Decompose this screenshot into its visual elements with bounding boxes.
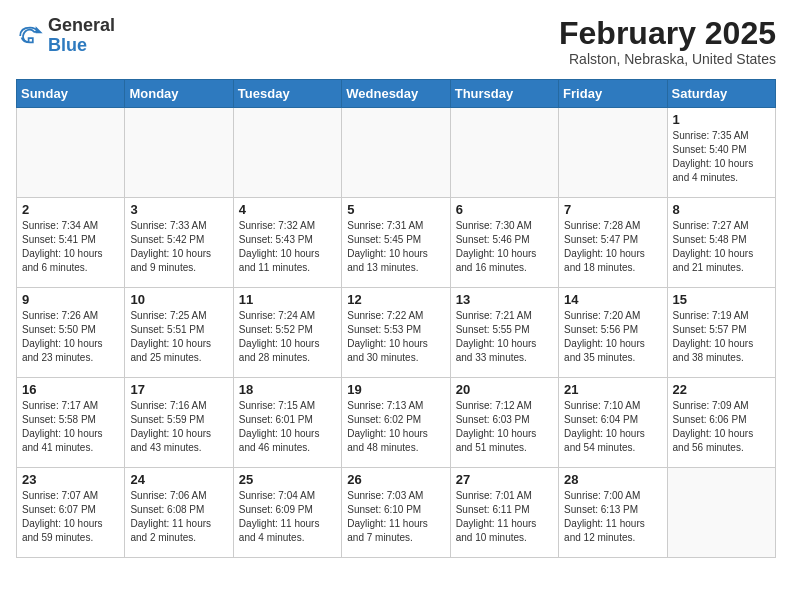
calendar-week-row: 1Sunrise: 7:35 AM Sunset: 5:40 PM Daylig…: [17, 108, 776, 198]
day-info: Sunrise: 7:06 AM Sunset: 6:08 PM Dayligh…: [130, 489, 227, 545]
day-number: 17: [130, 382, 227, 397]
calendar-day-cell: 17Sunrise: 7:16 AM Sunset: 5:59 PM Dayli…: [125, 378, 233, 468]
calendar-day-cell: 22Sunrise: 7:09 AM Sunset: 6:06 PM Dayli…: [667, 378, 775, 468]
logo-blue: Blue: [48, 36, 115, 56]
calendar-day-cell: 25Sunrise: 7:04 AM Sunset: 6:09 PM Dayli…: [233, 468, 341, 558]
day-number: 19: [347, 382, 444, 397]
day-info: Sunrise: 7:28 AM Sunset: 5:47 PM Dayligh…: [564, 219, 661, 275]
day-number: 9: [22, 292, 119, 307]
calendar-day-cell: 1Sunrise: 7:35 AM Sunset: 5:40 PM Daylig…: [667, 108, 775, 198]
day-info: Sunrise: 7:00 AM Sunset: 6:13 PM Dayligh…: [564, 489, 661, 545]
calendar-day-cell: 4Sunrise: 7:32 AM Sunset: 5:43 PM Daylig…: [233, 198, 341, 288]
day-info: Sunrise: 7:27 AM Sunset: 5:48 PM Dayligh…: [673, 219, 770, 275]
calendar-day-cell: 18Sunrise: 7:15 AM Sunset: 6:01 PM Dayli…: [233, 378, 341, 468]
calendar-day-cell: 13Sunrise: 7:21 AM Sunset: 5:55 PM Dayli…: [450, 288, 558, 378]
calendar-day-cell: 10Sunrise: 7:25 AM Sunset: 5:51 PM Dayli…: [125, 288, 233, 378]
day-info: Sunrise: 7:32 AM Sunset: 5:43 PM Dayligh…: [239, 219, 336, 275]
calendar-day-cell: 6Sunrise: 7:30 AM Sunset: 5:46 PM Daylig…: [450, 198, 558, 288]
day-number: 15: [673, 292, 770, 307]
day-info: Sunrise: 7:31 AM Sunset: 5:45 PM Dayligh…: [347, 219, 444, 275]
day-number: 6: [456, 202, 553, 217]
logo-text: General Blue: [48, 16, 115, 56]
title-block: February 2025 Ralston, Nebraska, United …: [559, 16, 776, 67]
page-header: General Blue February 2025 Ralston, Nebr…: [16, 16, 776, 67]
day-number: 24: [130, 472, 227, 487]
day-info: Sunrise: 7:34 AM Sunset: 5:41 PM Dayligh…: [22, 219, 119, 275]
day-number: 4: [239, 202, 336, 217]
day-info: Sunrise: 7:16 AM Sunset: 5:59 PM Dayligh…: [130, 399, 227, 455]
weekday-header: Thursday: [450, 80, 558, 108]
calendar-day-cell: 27Sunrise: 7:01 AM Sunset: 6:11 PM Dayli…: [450, 468, 558, 558]
calendar-day-cell: [450, 108, 558, 198]
day-info: Sunrise: 7:21 AM Sunset: 5:55 PM Dayligh…: [456, 309, 553, 365]
calendar-day-cell: [233, 108, 341, 198]
calendar-day-cell: 15Sunrise: 7:19 AM Sunset: 5:57 PM Dayli…: [667, 288, 775, 378]
day-info: Sunrise: 7:01 AM Sunset: 6:11 PM Dayligh…: [456, 489, 553, 545]
day-number: 26: [347, 472, 444, 487]
month-year: February 2025: [559, 16, 776, 51]
day-info: Sunrise: 7:03 AM Sunset: 6:10 PM Dayligh…: [347, 489, 444, 545]
day-info: Sunrise: 7:33 AM Sunset: 5:42 PM Dayligh…: [130, 219, 227, 275]
day-number: 11: [239, 292, 336, 307]
weekday-header: Monday: [125, 80, 233, 108]
calendar-day-cell: 3Sunrise: 7:33 AM Sunset: 5:42 PM Daylig…: [125, 198, 233, 288]
calendar-day-cell: 24Sunrise: 7:06 AM Sunset: 6:08 PM Dayli…: [125, 468, 233, 558]
day-number: 28: [564, 472, 661, 487]
day-info: Sunrise: 7:20 AM Sunset: 5:56 PM Dayligh…: [564, 309, 661, 365]
day-info: Sunrise: 7:10 AM Sunset: 6:04 PM Dayligh…: [564, 399, 661, 455]
day-number: 16: [22, 382, 119, 397]
calendar-day-cell: 8Sunrise: 7:27 AM Sunset: 5:48 PM Daylig…: [667, 198, 775, 288]
calendar-day-cell: 21Sunrise: 7:10 AM Sunset: 6:04 PM Dayli…: [559, 378, 667, 468]
day-info: Sunrise: 7:17 AM Sunset: 5:58 PM Dayligh…: [22, 399, 119, 455]
day-number: 7: [564, 202, 661, 217]
calendar-table: SundayMondayTuesdayWednesdayThursdayFrid…: [16, 79, 776, 558]
weekday-header: Friday: [559, 80, 667, 108]
day-number: 23: [22, 472, 119, 487]
day-number: 18: [239, 382, 336, 397]
day-info: Sunrise: 7:15 AM Sunset: 6:01 PM Dayligh…: [239, 399, 336, 455]
calendar-day-cell: 7Sunrise: 7:28 AM Sunset: 5:47 PM Daylig…: [559, 198, 667, 288]
day-info: Sunrise: 7:19 AM Sunset: 5:57 PM Dayligh…: [673, 309, 770, 365]
day-info: Sunrise: 7:12 AM Sunset: 6:03 PM Dayligh…: [456, 399, 553, 455]
day-info: Sunrise: 7:24 AM Sunset: 5:52 PM Dayligh…: [239, 309, 336, 365]
day-info: Sunrise: 7:13 AM Sunset: 6:02 PM Dayligh…: [347, 399, 444, 455]
calendar-week-row: 23Sunrise: 7:07 AM Sunset: 6:07 PM Dayli…: [17, 468, 776, 558]
calendar-day-cell: 14Sunrise: 7:20 AM Sunset: 5:56 PM Dayli…: [559, 288, 667, 378]
day-info: Sunrise: 7:30 AM Sunset: 5:46 PM Dayligh…: [456, 219, 553, 275]
calendar-day-cell: [342, 108, 450, 198]
day-number: 1: [673, 112, 770, 127]
calendar-day-cell: 19Sunrise: 7:13 AM Sunset: 6:02 PM Dayli…: [342, 378, 450, 468]
day-number: 13: [456, 292, 553, 307]
day-number: 2: [22, 202, 119, 217]
day-number: 14: [564, 292, 661, 307]
day-number: 20: [456, 382, 553, 397]
location: Ralston, Nebraska, United States: [559, 51, 776, 67]
day-number: 22: [673, 382, 770, 397]
calendar-week-row: 2Sunrise: 7:34 AM Sunset: 5:41 PM Daylig…: [17, 198, 776, 288]
day-info: Sunrise: 7:09 AM Sunset: 6:06 PM Dayligh…: [673, 399, 770, 455]
day-number: 10: [130, 292, 227, 307]
calendar-day-cell: 5Sunrise: 7:31 AM Sunset: 5:45 PM Daylig…: [342, 198, 450, 288]
day-number: 8: [673, 202, 770, 217]
day-info: Sunrise: 7:26 AM Sunset: 5:50 PM Dayligh…: [22, 309, 119, 365]
day-number: 5: [347, 202, 444, 217]
calendar-day-cell: 26Sunrise: 7:03 AM Sunset: 6:10 PM Dayli…: [342, 468, 450, 558]
calendar-day-cell: 20Sunrise: 7:12 AM Sunset: 6:03 PM Dayli…: [450, 378, 558, 468]
calendar-day-cell: [559, 108, 667, 198]
calendar-day-cell: 28Sunrise: 7:00 AM Sunset: 6:13 PM Dayli…: [559, 468, 667, 558]
logo-general: General: [48, 16, 115, 36]
day-number: 25: [239, 472, 336, 487]
calendar-week-row: 9Sunrise: 7:26 AM Sunset: 5:50 PM Daylig…: [17, 288, 776, 378]
calendar-day-cell: 2Sunrise: 7:34 AM Sunset: 5:41 PM Daylig…: [17, 198, 125, 288]
day-info: Sunrise: 7:07 AM Sunset: 6:07 PM Dayligh…: [22, 489, 119, 545]
day-number: 27: [456, 472, 553, 487]
logo-icon: [16, 22, 44, 50]
day-info: Sunrise: 7:25 AM Sunset: 5:51 PM Dayligh…: [130, 309, 227, 365]
calendar-day-cell: 12Sunrise: 7:22 AM Sunset: 5:53 PM Dayli…: [342, 288, 450, 378]
day-info: Sunrise: 7:35 AM Sunset: 5:40 PM Dayligh…: [673, 129, 770, 185]
calendar-day-cell: [125, 108, 233, 198]
weekday-header: Tuesday: [233, 80, 341, 108]
day-number: 12: [347, 292, 444, 307]
calendar-day-cell: 11Sunrise: 7:24 AM Sunset: 5:52 PM Dayli…: [233, 288, 341, 378]
calendar-week-row: 16Sunrise: 7:17 AM Sunset: 5:58 PM Dayli…: [17, 378, 776, 468]
